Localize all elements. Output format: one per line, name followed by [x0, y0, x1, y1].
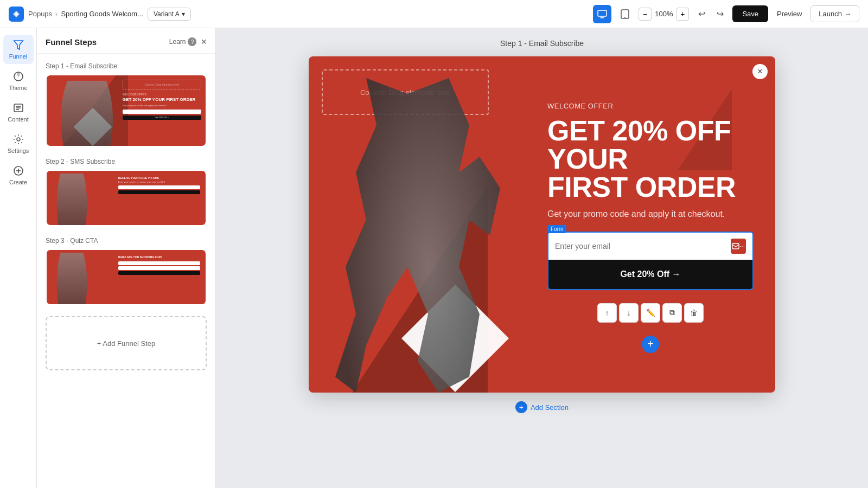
svg-point-4	[624, 17, 626, 18]
add-funnel-step-btn[interactable]: + Add Funnel Step	[46, 316, 207, 370]
popup-right-panel: WELCOME OFFER GET 20% OFF YOUR FIRST ORD…	[526, 56, 775, 393]
funnel-step-group-3: Step 3 - Quiz CTA WHAT ARE YOU SHOPPING …	[46, 237, 207, 305]
chevron-down-icon: ▾	[182, 10, 185, 18]
breadcrumb-root[interactable]: Popups	[28, 10, 52, 18]
sidebar-item-settings-label: Settings	[8, 147, 29, 154]
help-icon: ?	[188, 37, 196, 46]
subtext: Get your promo code and apply it at chec…	[547, 208, 732, 221]
redo-btn[interactable]: ↪	[712, 6, 728, 22]
duplicate-btn[interactable]: ⧉	[662, 303, 682, 323]
funnel-panel: Funnel Steps Learn ? × Step 1 - Email Su…	[37, 28, 216, 488]
arrow-right-icon: →	[844, 10, 851, 18]
zoom-out-btn[interactable]: −	[639, 8, 652, 21]
funnel-step-group-2: Step 2 - SMS Subscribe RECEIVE YOUR CODE…	[46, 158, 207, 226]
svg-rect-2	[600, 17, 604, 18]
preview-button[interactable]: Preview	[773, 10, 806, 18]
step3-label: Step 3 - Quiz CTA	[46, 237, 207, 245]
sidebar-item-create-label: Create	[9, 179, 27, 185]
icon-sidebar: Funnel Theme Content Se	[0, 28, 37, 488]
canvas-area: Step 1 - Email Subscribe Column: Drag el…	[216, 28, 868, 488]
panel-header: Funnel Steps Learn ? ×	[37, 28, 215, 54]
svg-rect-1	[601, 17, 604, 18]
sidebar-item-theme-label: Theme	[9, 85, 27, 91]
panel-title: Funnel Steps	[46, 37, 97, 47]
topbar: Popups › Sporting Goods Welcom... Varian…	[0, 0, 868, 28]
step3-card[interactable]: WHAT ARE YOU SHOPPING FOR?	[46, 249, 207, 305]
launch-button[interactable]: Launch →	[810, 5, 859, 22]
move-down-btn[interactable]: ↓	[619, 303, 639, 323]
add-element-btn[interactable]: +	[642, 336, 659, 353]
panel-content: Step 1 - Email Subscribe Colu	[37, 54, 215, 488]
undo-btn[interactable]: ↩	[693, 6, 710, 22]
svg-rect-15	[732, 243, 739, 249]
zoom-in-btn[interactable]: +	[676, 8, 689, 21]
running-figure	[309, 78, 526, 393]
sidebar-item-funnel[interactable]: Funnel	[3, 35, 34, 64]
step2-label: Step 2 - SMS Subscribe	[46, 158, 207, 165]
popup-close-btn[interactable]: ×	[752, 64, 768, 79]
zoom-controls: − 100% +	[639, 8, 689, 21]
add-section-icon: +	[515, 401, 527, 413]
edit-btn[interactable]: ✏️	[641, 303, 660, 323]
breadcrumb: Popups › Sporting Goods Welcom...	[28, 10, 143, 18]
svg-marker-5	[14, 41, 23, 49]
submit-button[interactable]: Get 20% Off →	[548, 260, 752, 289]
add-section-label: Add Section	[531, 403, 569, 412]
canvas-step-label: Step 1 - Email Subscribe	[500, 39, 584, 48]
step2-card[interactable]: RECEIVE YOUR CODE VIA SMS Enter your num…	[46, 170, 207, 226]
step1-label: Step 1 - Email Subscribe	[46, 62, 207, 70]
sidebar-item-create[interactable]: Create	[3, 160, 34, 190]
variant-selector[interactable]: Variant A ▾	[148, 8, 191, 21]
undo-redo-group: ↩ ↪	[693, 6, 728, 22]
topbar-controls: − 100% + ↩ ↪ Save Preview Launch →	[593, 5, 859, 23]
form-container: Form ··· Get 20% Off →	[547, 232, 754, 290]
funnel-step-group-1: Step 1 - Email Subscribe Colu	[46, 62, 207, 147]
sidebar-item-theme[interactable]: Theme	[3, 66, 34, 95]
email-input[interactable]	[555, 242, 731, 251]
desktop-device-btn[interactable]	[593, 5, 611, 23]
delete-btn[interactable]: 🗑	[684, 303, 704, 323]
zoom-level: 100%	[655, 10, 673, 18]
panel-close-button[interactable]: ×	[201, 37, 207, 47]
main-layout: Funnel Theme Content Se	[0, 28, 868, 488]
logo	[9, 7, 24, 22]
svg-rect-0	[598, 10, 607, 16]
svg-point-11	[17, 138, 20, 141]
form-toolbar: ↑ ↓ ✏️ ⧉ 🗑	[547, 303, 754, 323]
sidebar-item-settings[interactable]: Settings	[3, 129, 34, 158]
step1-card[interactable]: Column: Drag elements here WELCOME OFFER…	[46, 74, 207, 147]
popup-canvas: Column: Drag elements here WELCOME OFFER…	[309, 56, 775, 393]
form-box: ··· Get 20% Off →	[547, 232, 754, 290]
mobile-device-btn[interactable]	[616, 5, 634, 23]
form-badge: Form	[547, 225, 566, 233]
breadcrumb-current: Sporting Goods Welcom...	[61, 10, 143, 18]
learn-button[interactable]: Learn ?	[169, 37, 197, 46]
breadcrumb-sep: ›	[55, 10, 58, 18]
sidebar-item-funnel-label: Funnel	[9, 53, 28, 60]
sidebar-item-content[interactable]: Content	[3, 98, 34, 127]
welcome-offer-text: WELCOME OFFER	[547, 102, 754, 110]
main-heading: GET 20% OFF YOUR FIRST ORDER	[547, 117, 754, 201]
email-icon: ···	[731, 239, 746, 254]
add-section-bar[interactable]: + Add Section	[515, 401, 569, 413]
figure-silhouette	[325, 78, 531, 393]
sidebar-item-content-label: Content	[8, 116, 29, 123]
email-input-row: ···	[548, 233, 752, 260]
save-button[interactable]: Save	[732, 5, 768, 22]
move-up-btn[interactable]: ↑	[597, 303, 617, 323]
